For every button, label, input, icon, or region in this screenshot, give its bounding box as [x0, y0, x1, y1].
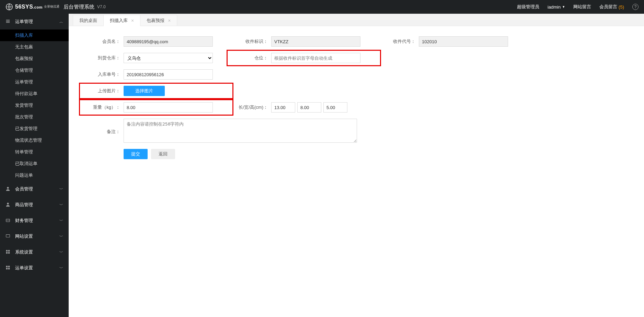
member-message-link[interactable]: 会员留言 (5)	[599, 4, 624, 10]
version: V7.0	[97, 4, 106, 9]
slot-input[interactable]	[271, 53, 360, 63]
member-msg-count: (5)	[619, 4, 624, 10]
height-input[interactable]	[323, 102, 347, 113]
user-menu[interactable]: iadmin ▼	[548, 4, 565, 10]
sidebar-item[interactable]: 运单管理	[0, 76, 69, 88]
help-icon[interactable]: ?	[632, 4, 639, 10]
main: 我的桌面扫描入库×包裹预报× 会员名： 收件标识： 收件代号：	[69, 14, 644, 317]
width-input[interactable]	[297, 102, 321, 113]
sidebar-item[interactable]: 仓储管理	[0, 64, 69, 76]
sidebar-group-label: 运单管理	[15, 19, 33, 25]
svg-point-4	[7, 187, 9, 188]
sidebar-group-label: 财务管理	[15, 218, 33, 224]
sidebar-item[interactable]: 问题运单	[0, 169, 69, 181]
member-name-input[interactable]	[124, 36, 213, 47]
sidebar-group-label: 会员管理	[15, 186, 33, 192]
menu-icon	[5, 234, 12, 239]
recv-code-input[interactable]	[419, 36, 508, 47]
sidebar-item[interactable]: 发货管理	[0, 99, 69, 111]
chevron-down-icon: ﹀	[59, 218, 63, 223]
weight-label: 重量（kg）：	[82, 104, 124, 110]
sidebar-item[interactable]: 包裹预报	[0, 53, 69, 64]
weight-input[interactable]	[124, 102, 213, 113]
menu-icon	[5, 218, 12, 224]
svg-point-5	[7, 202, 9, 204]
menu-icon	[5, 19, 12, 25]
username: iadmin	[548, 4, 561, 10]
globe-icon	[5, 3, 13, 11]
chevron-down-icon: ﹀	[59, 202, 63, 208]
menu-icon	[5, 186, 12, 192]
dim-label: 长/宽/高(cm)：	[230, 104, 271, 110]
tab[interactable]: 包裹预报×	[140, 15, 177, 26]
remark-textarea[interactable]	[124, 119, 357, 143]
sidebar-item[interactable]: 转单管理	[0, 146, 69, 158]
sidebar-group-label: 网站设置	[15, 233, 33, 239]
svg-rect-11	[6, 252, 8, 253]
svg-rect-10	[8, 250, 10, 251]
member-msg-label: 会员留言	[599, 4, 617, 10]
tab[interactable]: 我的桌面	[73, 15, 104, 26]
sidebar-item[interactable]: 待付款运单	[0, 88, 69, 99]
svg-rect-2	[6, 21, 10, 22]
upload-label: 上传图片：	[82, 88, 124, 94]
sidebar-item[interactable]: 已发货管理	[0, 123, 69, 134]
arrive-wh-select[interactable]: 义乌仓	[124, 53, 213, 63]
sidebar-group[interactable]: 会员管理﹀	[0, 181, 69, 197]
menu-icon	[5, 249, 12, 255]
sidebar: 运单管理︿扫描入库无主包裹包裹预报仓储管理运单管理待付款运单发货管理批次管理已发…	[0, 14, 69, 317]
logo: 56SYS.com 全景物流通	[5, 3, 59, 11]
close-icon[interactable]: ×	[168, 18, 171, 23]
submit-button[interactable]: 提交	[124, 149, 148, 159]
sidebar-group-label: 运单设置	[15, 265, 33, 271]
inbound-no-input[interactable]	[124, 69, 213, 80]
tab[interactable]: 扫描入库×	[103, 15, 140, 26]
svg-rect-6	[6, 219, 10, 222]
recv-tag-label: 收件标识：	[230, 38, 271, 45]
chevron-down-icon: ▼	[562, 5, 565, 9]
header: 56SYS.com 全景物流通 后台管理系统 V7.0 超级管理员 iadmin…	[0, 0, 644, 14]
remark-label: 备注：	[82, 127, 124, 135]
sidebar-group-label: 商品管理	[15, 202, 33, 208]
svg-rect-15	[6, 268, 8, 269]
sidebar-item[interactable]: 批次管理	[0, 111, 69, 123]
svg-rect-13	[6, 266, 8, 267]
svg-rect-16	[8, 268, 10, 269]
svg-rect-1	[6, 20, 10, 20]
site-message-link[interactable]: 网站留言	[573, 4, 591, 10]
sidebar-group[interactable]: 商品管理﹀	[0, 197, 69, 213]
sidebar-group[interactable]: 网站设置﹀	[0, 228, 69, 244]
tabs: 我的桌面扫描入库×包裹预报×	[69, 14, 644, 26]
menu-icon	[5, 202, 12, 208]
tab-label: 扫描入库	[110, 17, 128, 24]
system-title: 后台管理系统	[64, 4, 94, 10]
close-icon[interactable]: ×	[131, 18, 134, 23]
menu-icon	[5, 265, 12, 271]
sidebar-item[interactable]: 扫描入库	[0, 30, 69, 41]
svg-rect-9	[6, 250, 8, 251]
svg-rect-8	[6, 234, 10, 237]
select-image-button[interactable]: 选择图片	[124, 86, 165, 96]
svg-rect-3	[6, 22, 10, 23]
recv-code-label: 收件代号：	[378, 38, 419, 45]
sidebar-item[interactable]: 已取消运单	[0, 158, 69, 169]
sidebar-group-label: 系统设置	[15, 249, 33, 255]
arrive-wh-label: 到货仓库：	[82, 55, 124, 61]
sidebar-item[interactable]: 无主包裹	[0, 41, 69, 53]
sidebar-group[interactable]: 系统设置﹀	[0, 244, 69, 260]
chevron-down-icon: ﹀	[59, 234, 63, 239]
chevron-down-icon: ﹀	[59, 250, 63, 255]
logo-suffix: .com	[33, 5, 43, 9]
chevron-up-icon: ︿	[59, 19, 63, 24]
svg-rect-14	[8, 266, 10, 267]
svg-rect-12	[8, 252, 10, 253]
sidebar-group[interactable]: 运单设置﹀	[0, 260, 69, 276]
sidebar-item[interactable]: 物流状态管理	[0, 134, 69, 146]
recv-tag-input[interactable]	[271, 36, 360, 47]
length-input[interactable]	[271, 102, 295, 113]
sidebar-group[interactable]: 运单管理︿	[0, 14, 69, 30]
tab-label: 包裹预报	[147, 17, 164, 24]
back-button[interactable]: 返回	[151, 149, 175, 159]
inbound-no-label: 入库单号：	[82, 71, 124, 78]
sidebar-group[interactable]: 财务管理﹀	[0, 213, 69, 228]
